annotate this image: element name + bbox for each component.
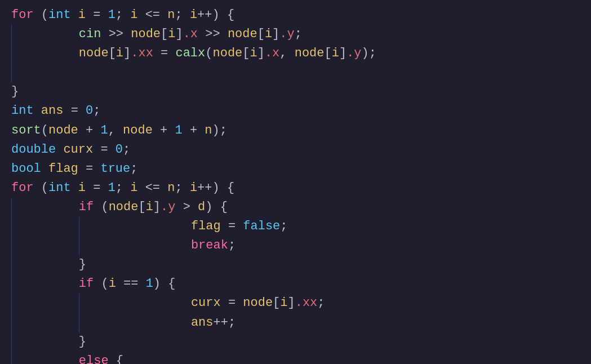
code-line-15: if (i == 1) { <box>11 274 580 294</box>
code-line-9: bool flag = true; <box>11 159 580 179</box>
code-line-8: double curx = 0; <box>11 140 580 159</box>
code-line-14: } <box>11 255 580 274</box>
code-line-6: int ans = 0; <box>11 101 580 121</box>
code-line-10: for (int i = 1; i <= n; i++) { <box>11 179 580 198</box>
code-line-1: for (int i = 1; i <= n; i++) { <box>11 6 580 25</box>
code-line-11: if (node[i].y > d) { <box>11 198 580 217</box>
code-line-7: sort(node + 1, node + 1 + n); <box>11 121 580 140</box>
code-line-12: flag = false; <box>11 217 580 236</box>
code-line-13: break; <box>11 236 580 255</box>
code-editor: for (int i = 1; i <= n; i++) { cin >> no… <box>0 0 591 364</box>
code-line-17: ans++; <box>11 313 580 332</box>
code-line-4 <box>11 63 580 82</box>
code-line-16: curx = node[i].xx; <box>11 294 580 313</box>
code-line-18: } <box>11 332 580 352</box>
code-line-5: } <box>11 82 580 101</box>
code-line-3: node[i].xx = calx(node[i].x, node[i].y); <box>11 44 580 63</box>
code-line-2: cin >> node[i].x >> node[i].y; <box>11 25 580 44</box>
code-line-19: else { <box>11 352 580 364</box>
